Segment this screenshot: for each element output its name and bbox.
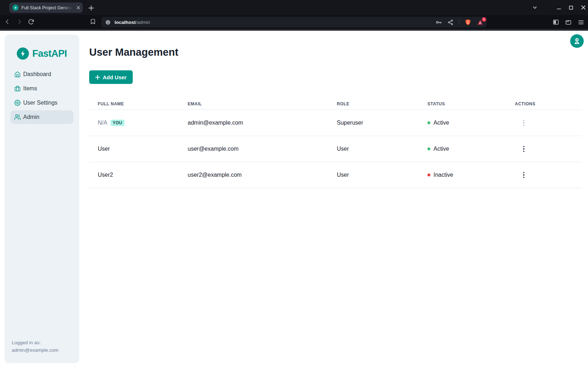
user-status: Active bbox=[419, 120, 506, 126]
window-maximize-icon[interactable] bbox=[569, 5, 573, 10]
user-full-name: User bbox=[98, 146, 110, 152]
table-row: N/A YOU admin@example.com Superuser Acti… bbox=[89, 110, 582, 136]
row-actions-kebab-icon[interactable] bbox=[520, 144, 528, 154]
add-user-button[interactable]: Add User bbox=[89, 70, 133, 84]
users-table: FULL NAME EMAIL ROLE STATUS ACTIONS N/A … bbox=[89, 98, 582, 188]
tab-close-icon[interactable] bbox=[76, 6, 80, 10]
user-role: User bbox=[328, 146, 419, 152]
col-header-full-name: FULL NAME bbox=[89, 101, 179, 106]
brave-shield-icon[interactable] bbox=[465, 19, 471, 26]
user-status: Active bbox=[419, 146, 506, 152]
user-email: user@example.com bbox=[179, 146, 328, 152]
logged-in-email: admin@example.com bbox=[12, 346, 59, 354]
logged-in-info: Logged in as: admin@example.com bbox=[12, 339, 59, 354]
menu-hamburger-icon[interactable] bbox=[578, 19, 584, 26]
user-email: user2@example.com bbox=[179, 172, 328, 178]
url-host: localhost bbox=[115, 20, 136, 25]
sidebar-item-admin[interactable]: Admin bbox=[10, 110, 74, 124]
logged-in-label: Logged in as: bbox=[12, 339, 59, 346]
page-content: FastAPI Dashboard Items User Settings bbox=[0, 31, 588, 366]
browser-toolbar: localhost/admin 1 bbox=[0, 15, 588, 29]
status-dot bbox=[427, 147, 430, 150]
briefcase-icon bbox=[14, 85, 21, 92]
password-key-icon[interactable] bbox=[435, 19, 442, 26]
window-close-icon[interactable] bbox=[581, 5, 586, 10]
row-actions-kebab-icon[interactable] bbox=[520, 170, 528, 180]
site-info-icon[interactable] bbox=[105, 19, 111, 25]
fastapi-logo-text: FastAPI bbox=[32, 48, 67, 59]
sidebar: FastAPI Dashboard Items User Settings bbox=[5, 35, 79, 363]
fastapi-favicon-icon bbox=[12, 5, 19, 11]
row-actions-kebab-icon[interactable] bbox=[520, 117, 528, 128]
sidebar-item-items[interactable]: Items bbox=[10, 82, 74, 95]
rewards-notification-badge: 1 bbox=[482, 17, 486, 22]
window-minimize-icon[interactable] bbox=[557, 5, 561, 10]
users-icon bbox=[14, 114, 21, 120]
status-label: Inactive bbox=[434, 172, 453, 178]
you-badge: YOU bbox=[111, 120, 125, 126]
add-user-label: Add User bbox=[103, 74, 127, 80]
col-header-role: ROLE bbox=[328, 101, 419, 106]
col-header-status: STATUS bbox=[419, 101, 506, 106]
sidebar-item-label: User Settings bbox=[23, 100, 57, 106]
page-title: User Management bbox=[89, 46, 582, 58]
address-bar[interactable]: localhost/admin 1 bbox=[101, 17, 487, 27]
user-role: Superuser bbox=[328, 120, 419, 126]
sidebar-item-label: Dashboard bbox=[23, 71, 51, 77]
sidebar-item-user-settings[interactable]: User Settings bbox=[10, 96, 74, 110]
user-email: admin@example.com bbox=[179, 120, 328, 126]
table-header-row: FULL NAME EMAIL ROLE STATUS ACTIONS bbox=[89, 98, 582, 110]
user-full-name: N/A bbox=[98, 120, 107, 126]
col-header-actions: ACTIONS bbox=[506, 101, 582, 106]
url-text: localhost/admin bbox=[115, 20, 150, 25]
back-icon[interactable] bbox=[4, 19, 11, 25]
col-header-email: EMAIL bbox=[179, 101, 328, 106]
user-role: User bbox=[328, 172, 419, 178]
tab-title: Full Stack Project Genera bbox=[21, 5, 74, 10]
status-dot bbox=[427, 121, 430, 124]
gear-icon bbox=[14, 100, 21, 106]
share-icon[interactable] bbox=[447, 19, 453, 25]
browser-tab[interactable]: Full Stack Project Genera bbox=[9, 2, 83, 13]
bookmark-icon[interactable] bbox=[90, 19, 96, 25]
table-row: User user@example.com User Active bbox=[89, 136, 582, 162]
user-full-name: User2 bbox=[98, 172, 113, 178]
status-label: Active bbox=[434, 120, 449, 126]
sidebar-item-label: Admin bbox=[23, 114, 39, 120]
wallet-icon[interactable] bbox=[565, 19, 572, 25]
status-label: Active bbox=[434, 146, 449, 152]
table-row: User2 user2@example.com User Inactive bbox=[89, 162, 582, 188]
fastapi-logo: FastAPI bbox=[5, 47, 79, 60]
reload-icon[interactable] bbox=[28, 19, 34, 25]
sidebar-item-label: Items bbox=[23, 85, 37, 92]
browser-tab-bar: Full Stack Project Genera bbox=[0, 0, 588, 15]
sidebar-item-dashboard[interactable]: Dashboard bbox=[10, 67, 74, 81]
tab-search-chevron-icon[interactable] bbox=[532, 5, 537, 10]
user-status: Inactive bbox=[419, 172, 506, 178]
new-tab-button[interactable] bbox=[87, 4, 95, 12]
side-panel-icon[interactable] bbox=[553, 19, 559, 25]
forward-icon[interactable] bbox=[16, 19, 22, 25]
url-path: /admin bbox=[136, 20, 150, 25]
plus-icon bbox=[95, 75, 100, 80]
toolbar-divider bbox=[459, 19, 459, 25]
main-content: User Management Add User FULL NAME EMAIL… bbox=[89, 31, 582, 188]
home-icon bbox=[14, 71, 21, 77]
fastapi-logo-icon bbox=[17, 47, 29, 60]
sidebar-nav: Dashboard Items User Settings Admin bbox=[5, 67, 79, 124]
status-dot bbox=[427, 174, 430, 176]
